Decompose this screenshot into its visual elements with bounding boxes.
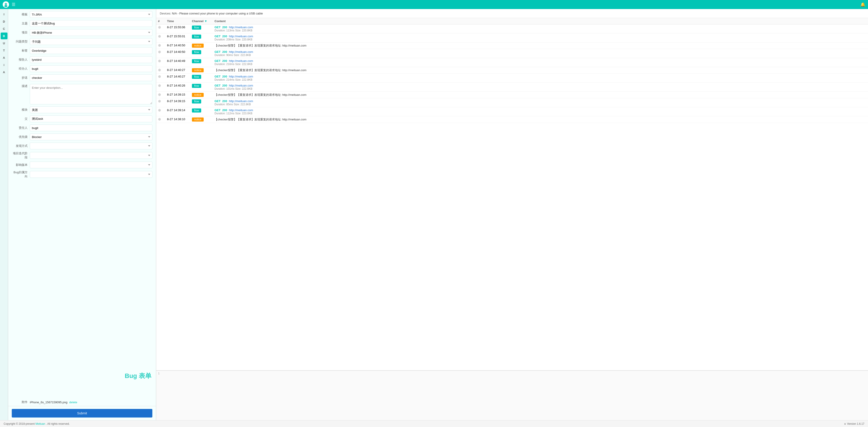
- content-url[interactable]: http://meituan.com: [229, 59, 253, 63]
- table-row[interactable]: ⊕8-27 14:38:10notice【checker报警】【重复请求】发现重…: [156, 117, 868, 123]
- row-plus-icon[interactable]: ⊕: [156, 107, 165, 117]
- assignee-input[interactable]: [30, 125, 152, 131]
- row-plus-icon[interactable]: ⊕: [156, 67, 165, 74]
- table-row[interactable]: ⊕8-27 14:40:49flow GET 200 http://meitua…: [156, 58, 868, 67]
- table-row[interactable]: ⊕8-27 14:40:27flow GET 200 http://meitua…: [156, 74, 868, 83]
- row-channel[interactable]: flow: [190, 24, 213, 33]
- row-time: 8-27 15:55:01: [165, 33, 190, 42]
- content-url[interactable]: http://meituan.com: [229, 108, 253, 112]
- expand-icon[interactable]: ⊕: [158, 74, 161, 78]
- row-plus-icon[interactable]: ⊕: [156, 98, 165, 107]
- row-plus-icon[interactable]: ⊕: [156, 92, 165, 98]
- content-url[interactable]: http://meituan.com: [229, 99, 253, 103]
- table-row[interactable]: ⊕8-27 14:40:50flow GET 200 http://meitua…: [156, 49, 868, 58]
- desc-textarea[interactable]: [30, 84, 152, 104]
- expand-icon[interactable]: ⊕: [158, 68, 161, 72]
- handler-input[interactable]: [30, 65, 152, 72]
- row-channel[interactable]: notice: [190, 92, 213, 98]
- cc-input[interactable]: [30, 74, 152, 81]
- footer-brand-link[interactable]: Meituan: [35, 422, 45, 425]
- subject-input[interactable]: [30, 20, 152, 27]
- row-channel[interactable]: flow: [190, 98, 213, 107]
- attachment-row: 附件 iPhone_6s_1567159095.png delete: [8, 400, 156, 404]
- table-row[interactable]: ⊕8-27 14:40:26flow GET 200 http://meitua…: [156, 83, 868, 92]
- expand-icon[interactable]: ⊕: [158, 84, 161, 88]
- table-row[interactable]: ⊕8-27 14:39:15notice【checker报警】【重复请求】发现重…: [156, 92, 868, 98]
- version-arrow[interactable]: ∧: [844, 422, 846, 425]
- row-plus-icon[interactable]: ⊕: [156, 24, 165, 33]
- table-row[interactable]: ⊕8-27 14:39:15flow GET 200 http://meitua…: [156, 98, 868, 107]
- reporter-row: 报告人: [12, 56, 152, 63]
- sidebar-item-u[interactable]: U: [1, 40, 7, 46]
- expand-icon[interactable]: ⊕: [158, 108, 161, 112]
- iteration-select[interactable]: [30, 152, 152, 159]
- row-plus-icon[interactable]: ⊕: [156, 83, 165, 92]
- row-plus-icon[interactable]: ⊕: [156, 49, 165, 58]
- row-channel[interactable]: flow: [190, 83, 213, 92]
- table-row[interactable]: ⊕8-27 15:55:06flow GET 200 http://meitua…: [156, 24, 868, 33]
- footer-version: ∧ Version 1.6.17: [844, 422, 864, 425]
- http-status: 200: [222, 35, 227, 38]
- sidebar-item-t[interactable]: T: [1, 47, 7, 54]
- table-row[interactable]: ⊕8-27 15:55:01flow GET 200 http://meitua…: [156, 33, 868, 42]
- sidebar-item-a1[interactable]: A: [1, 54, 7, 61]
- row-plus-icon[interactable]: ⊕: [156, 58, 165, 67]
- expand-icon[interactable]: ⊕: [158, 117, 161, 121]
- sidebar-item-a2[interactable]: A: [1, 69, 7, 75]
- channel-filter-icon[interactable]: ▼: [204, 20, 207, 23]
- row-channel[interactable]: notice: [190, 42, 213, 49]
- row-plus-icon[interactable]: ⊕: [156, 42, 165, 49]
- content-url[interactable]: http://meituan.com: [229, 84, 253, 87]
- content-meta: Duration: 90ms Size: 222.8KB: [215, 54, 866, 57]
- row-channel[interactable]: flow: [190, 33, 213, 42]
- sidebar-item-i[interactable]: I: [1, 11, 7, 18]
- sidebar-item-d[interactable]: D: [1, 18, 7, 25]
- expand-icon[interactable]: ⊕: [158, 34, 161, 38]
- table-row[interactable]: ⊕8-27 14:39:14flow GET 200 http://meitua…: [156, 107, 868, 117]
- content-url[interactable]: http://meituan.com: [229, 50, 253, 54]
- row-content: GET 200 http://meituan.com Duration: 85m…: [213, 98, 868, 107]
- table-row[interactable]: ⊕8-27 14:40:27notice【checker报警】【重复请求】发现重…: [156, 67, 868, 74]
- table-row[interactable]: ⊕8-27 14:40:50notice【checker报警】【重复请求】发现重…: [156, 42, 868, 49]
- parent-input[interactable]: [30, 116, 152, 122]
- reporter-input[interactable]: [30, 56, 152, 63]
- sidebar-item-b[interactable]: B: [1, 33, 7, 39]
- expand-icon[interactable]: ⊕: [158, 99, 161, 103]
- module-select[interactable]: 美团: [30, 106, 152, 113]
- row-plus-icon[interactable]: ⊕: [156, 117, 165, 123]
- expand-icon[interactable]: ⊕: [158, 43, 161, 47]
- version-select[interactable]: [30, 162, 152, 168]
- bell-icon[interactable]: 🔔: [860, 2, 865, 7]
- hamburger-icon[interactable]: ☰: [12, 2, 16, 7]
- issue-type-select[interactable]: 子问题: [30, 38, 152, 45]
- row-channel[interactable]: flow: [190, 49, 213, 58]
- priority-select[interactable]: Blocker: [30, 134, 152, 140]
- row-plus-icon[interactable]: ⊕: [156, 74, 165, 83]
- content-request: GET 200 http://meituan.com: [215, 26, 866, 29]
- template-select[interactable]: TI-JIRA: [30, 11, 152, 18]
- expand-icon[interactable]: ⊕: [158, 93, 161, 96]
- content-notice: 【checker报警】【重复请求】发现重复的请求地址: http://meitu…: [215, 68, 307, 72]
- submit-area: Submit: [8, 406, 156, 420]
- row-channel[interactable]: notice: [190, 117, 213, 123]
- content-url[interactable]: http://meituan.com: [229, 35, 253, 38]
- expand-icon[interactable]: ⊕: [158, 50, 161, 54]
- bug-direction-select[interactable]: [30, 171, 152, 178]
- submit-button[interactable]: Submit: [12, 409, 152, 418]
- row-plus-icon[interactable]: ⊕: [156, 33, 165, 42]
- content-url[interactable]: http://meituan.com: [229, 26, 253, 29]
- expand-icon[interactable]: ⊕: [158, 59, 161, 63]
- expand-icon[interactable]: ⊕: [158, 25, 161, 29]
- row-channel[interactable]: flow: [190, 58, 213, 67]
- http-method: GET: [215, 84, 221, 87]
- sidebar-item-c[interactable]: C: [1, 25, 7, 32]
- project-select[interactable]: HB-旅游iPhone: [30, 29, 152, 36]
- row-channel[interactable]: flow: [190, 74, 213, 83]
- content-url[interactable]: http://meituan.com: [229, 75, 253, 78]
- discovery-select[interactable]: [30, 142, 152, 149]
- row-channel[interactable]: flow: [190, 107, 213, 117]
- tag-input[interactable]: [30, 47, 152, 54]
- attachment-delete-link[interactable]: delete: [69, 401, 77, 404]
- sidebar-item-info[interactable]: i: [1, 61, 7, 68]
- row-channel[interactable]: notice: [190, 67, 213, 74]
